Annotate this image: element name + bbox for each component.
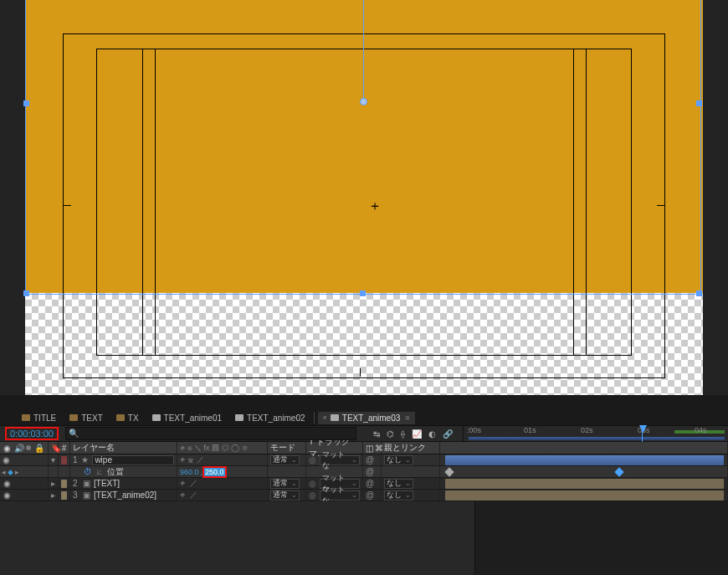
dropdown-value: 通常: [273, 454, 288, 465]
switch-icon[interactable]: ቀ: [180, 479, 185, 488]
track-matte-dropdown[interactable]: マットな: [320, 455, 360, 465]
label-color-header: 🔖: [49, 442, 59, 454]
resize-handle-ml[interactable]: [23, 100, 29, 106]
panel-menu-icon[interactable]: ≡: [405, 413, 409, 422]
guide-line: [586, 49, 587, 356]
comp-canvas[interactable]: ＋: [25, 0, 703, 395]
prev-keyframe-icon[interactable]: ◂: [2, 468, 6, 476]
switch-icon[interactable]: ／: [197, 454, 204, 465]
track-matte-dropdown[interactable]: マットな: [320, 490, 360, 501]
parent-pickwhip-icon[interactable]: @: [366, 455, 374, 465]
comp-flowchart-icon[interactable]: ↹: [373, 429, 380, 439]
blend-mode-dropdown[interactable]: 通常: [270, 479, 300, 489]
tab-text[interactable]: TEXT: [64, 412, 108, 424]
blend-mode-dropdown[interactable]: 通常: [270, 490, 300, 501]
tab-separator: [314, 412, 315, 424]
current-timecode[interactable]: 0:00:03:00: [5, 427, 59, 440]
matte-toggle-icon[interactable]: ◎: [309, 455, 316, 465]
add-keyframe-icon[interactable]: ◆: [8, 468, 13, 476]
tab-title[interactable]: TITLE: [17, 412, 61, 424]
anchor-point-handle[interactable]: [360, 98, 367, 105]
av-switches-header: ◉ 🔊 🔒: [0, 442, 49, 454]
tab-label: TEXT_anime01: [164, 413, 222, 423]
blend-mode-header: モード: [268, 442, 306, 454]
matte-toggle-icon[interactable]: ◎: [309, 490, 316, 500]
ruler-tick-label: 02s: [581, 426, 593, 434]
tab-text-anime02[interactable]: TEXT_anime02: [230, 412, 310, 424]
expression-pickwhip-icon[interactable]: @: [366, 467, 374, 476]
switches-header: ቀ ※ ＼ fx 圓 ◎ ◯ ⊙: [177, 442, 268, 454]
motion-blur-icon[interactable]: ◐: [428, 429, 436, 439]
graph-editor-icon[interactable]: 🔗: [443, 429, 453, 439]
resize-handle-bm[interactable]: [360, 290, 366, 296]
draft3d-icon[interactable]: ⌬: [387, 429, 394, 439]
anchor-connector: [363, 0, 364, 102]
label-color[interactable]: [61, 480, 67, 488]
position-x-value[interactable]: 960.0: [180, 468, 199, 476]
twirl-icon[interactable]: ▸: [51, 490, 55, 500]
layer-duration-bar[interactable]: [445, 455, 724, 465]
timeline-track-header: [440, 442, 728, 454]
switch-icon[interactable]: ／: [190, 490, 197, 501]
switch-icon[interactable]: ቀ: [180, 490, 185, 500]
timeline-tool-icons: ↹ ⌬ ⟠ 📈 ◐ 🔗: [373, 429, 453, 439]
parent-pickwhip-icon[interactable]: @: [366, 490, 374, 500]
frame-blend-icon[interactable]: 📈: [412, 429, 422, 439]
layer-row-wipe[interactable]: ◉ ▾ 1 ★ ቀ※／ 通常 ◎マットな @ なし: [0, 454, 728, 466]
twirl-icon[interactable]: ▾: [51, 455, 55, 465]
dropdown-value: なし: [387, 490, 402, 501]
property-label: 位置: [107, 466, 124, 478]
tab-text-anime01[interactable]: TEXT_anime01: [147, 412, 227, 424]
parent-pickwhip-icon[interactable]: @: [366, 479, 374, 488]
center-crosshair: ＋: [368, 198, 382, 215]
tab-label: TITLE: [33, 413, 56, 423]
switch-icon[interactable]: ቀ: [180, 455, 185, 465]
layer-row-text-anime02[interactable]: ◉ ▸ 3 ▣ [TEXT_anime02] ቀ ／ 通常 ◎マットな @ なし: [0, 490, 728, 501]
tab-text-anime03[interactable]: × TEXT_anime03 ≡: [318, 412, 415, 424]
layer-search-input[interactable]: [65, 427, 356, 440]
work-area-bar[interactable]: [469, 437, 725, 440]
close-icon[interactable]: ×: [323, 413, 327, 422]
label-color[interactable]: [61, 491, 67, 500]
timeline-empty-area[interactable]: [0, 501, 728, 575]
composition-viewer[interactable]: ＋: [0, 0, 728, 395]
layer-duration-bar[interactable]: [445, 490, 724, 501]
resize-handle-mr[interactable]: [696, 100, 702, 106]
layer-name-header: レイヤー名: [70, 442, 177, 454]
layer-duration-bar[interactable]: [445, 479, 724, 489]
label-color[interactable]: [61, 456, 67, 465]
tab-tx[interactable]: TX: [111, 412, 144, 424]
switch-icon[interactable]: ／: [190, 478, 197, 489]
timeline-tabs: TITLE TEXT TX TEXT_anime01 TEXT_anime02 …: [0, 410, 728, 425]
current-time-indicator[interactable]: [642, 425, 643, 442]
resize-handle-bl[interactable]: [23, 290, 29, 296]
search-icon: 🔍: [69, 429, 79, 438]
time-ruler[interactable]: :00s 01s 02s 03s 04s: [463, 425, 728, 442]
layer-name-label[interactable]: [TEXT_anime02]: [94, 490, 156, 500]
visibility-toggle[interactable]: ◉: [3, 490, 11, 500]
blend-mode-dropdown[interactable]: 通常: [270, 455, 300, 465]
guide-tick: [657, 205, 665, 206]
layer-name-input[interactable]: [92, 455, 174, 465]
property-track[interactable]: [445, 467, 724, 477]
resize-handle-br[interactable]: [696, 290, 702, 296]
next-keyframe-icon[interactable]: ▸: [15, 468, 19, 476]
layer-name-label[interactable]: [TEXT]: [94, 479, 120, 488]
visibility-toggle[interactable]: ◉: [3, 479, 11, 488]
parent-dropdown[interactable]: なし: [384, 479, 413, 489]
position-y-value[interactable]: 250.0: [204, 468, 225, 476]
property-row-position[interactable]: ◂ ◆ ▸ ⏱ ⟀ 位置 960.0, 250.0 @: [0, 466, 728, 478]
eye-icon: ◉: [3, 444, 11, 453]
parent-dropdown[interactable]: なし: [384, 455, 413, 465]
layer-row-text[interactable]: ◉ ▸ 2 ▣ [TEXT] ቀ ／ 通常 ◎マットな @ なし: [0, 478, 728, 490]
tab-label: TEXT: [81, 413, 103, 423]
guide-tick: [360, 368, 361, 377]
visibility-toggle[interactable]: ◉: [3, 455, 11, 465]
matte-toggle-icon[interactable]: ◎: [309, 479, 316, 488]
tab-label: TEXT_anime03: [342, 413, 400, 423]
parent-dropdown[interactable]: なし: [384, 490, 413, 501]
stopwatch-icon[interactable]: ⏱: [84, 467, 92, 476]
shy-icon[interactable]: ⟠: [401, 429, 405, 439]
swap-icon: ◫: [366, 444, 373, 453]
twirl-icon[interactable]: ▸: [51, 479, 55, 488]
